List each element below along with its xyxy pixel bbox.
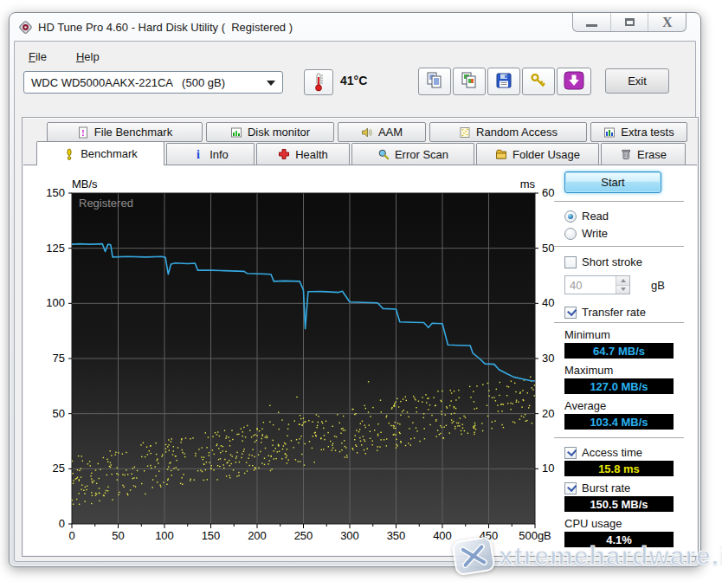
client-area: FileHelp WDC WD5000AAKX-221CA (500 gB) 4… [14,41,696,562]
tab-label: Benchmark [81,147,138,160]
svg-text:300: 300 [340,529,359,542]
minimize-button[interactable] [573,13,611,31]
file-benchmark-icon: ! [77,126,89,139]
options-button[interactable] [522,68,555,95]
access-time-value: 15.8 ms [564,461,674,476]
burst-rate-checkbox[interactable] [564,482,577,494]
app-window: HD Tune Pro 4.60 - Hard Disk Utility ( R… [9,12,701,567]
svg-text:Registered: Registered [79,197,133,210]
tab-file-benchmark[interactable]: !File Benchmark [47,122,203,142]
access-time-label: Access time [582,446,642,459]
burst-rate-label: Burst rate [582,481,630,494]
tab-row-top: !File BenchmarkDisk monitorAAMRandom Acc… [47,122,687,142]
copy-text-button[interactable] [418,68,451,95]
tab-extra-tests[interactable]: Extra tests [590,122,687,142]
write-radio-label: Write [582,227,608,240]
svg-text:150: 150 [46,186,65,199]
arrow-up-icon [621,279,626,282]
minimize-icon [586,24,597,27]
short-stroke-capacity-input[interactable]: 40 [564,275,630,294]
access-time-checkbox[interactable] [564,447,577,459]
save-button[interactable] [487,68,520,95]
drive-select[interactable]: WDC WD5000AAKX-221CA (500 gB) [23,71,283,94]
copy-image-icon [460,72,479,92]
tab-label: AAM [378,126,403,139]
svg-text:25: 25 [53,462,65,475]
tab-aam[interactable]: AAM [338,122,426,142]
svg-text:0: 0 [68,529,74,542]
download-button[interactable] [557,68,591,95]
tab-label: Extra tests [621,126,674,139]
temperature-button[interactable] [304,69,333,95]
exit-button[interactable]: Exit [605,68,669,94]
svg-text:!: ! [81,128,84,138]
chevron-down-icon [267,81,275,86]
maximum-value: 127.0 MB/s [564,378,674,394]
svg-text:400: 400 [433,529,452,542]
separator [554,322,684,324]
svg-text:10: 10 [542,462,554,475]
svg-text:350: 350 [387,529,406,542]
close-button[interactable]: X [648,13,686,31]
window-title: HD Tune Pro 4.60 - Hard Disk Utility ( R… [38,21,293,34]
benchmark-icon [63,148,75,160]
cpu-usage-label: CPU usage [564,517,689,530]
svg-text:125: 125 [46,242,65,255]
disk-monitor-icon [230,126,242,139]
menu-help[interactable]: Help [73,48,103,65]
spinner-down-button[interactable] [616,285,629,294]
spinner-up-button[interactable] [616,276,629,285]
separator [554,437,684,439]
svg-text:50: 50 [112,529,124,542]
read-radio-label: Read [582,210,609,223]
tab-info[interactable]: iInfo [166,143,255,165]
svg-text:50: 50 [53,407,65,420]
short-stroke-capacity-value: 40 [565,276,616,294]
write-radio[interactable] [564,228,577,240]
svg-text:ms: ms [520,178,536,191]
save-icon [494,72,513,92]
short-stroke-unit: gB [651,279,665,292]
tab-disk-monitor[interactable]: Disk monitor [206,122,334,142]
tab-benchmark[interactable]: Benchmark [36,141,164,165]
tab-health[interactable]: Health [256,143,350,165]
short-stroke-label: Short stroke [582,255,642,268]
svg-text:200: 200 [248,529,267,542]
tab-label: Disk monitor [248,126,310,139]
tab-label: Health [295,148,328,161]
tab-random-access[interactable]: Random Access [429,122,587,142]
average-label: Average [564,399,689,412]
maximize-icon [625,18,635,26]
tab-label: Random Access [476,126,558,139]
tab-erase[interactable]: Erase [601,143,686,165]
svg-text:0: 0 [59,517,65,530]
start-button[interactable]: Start [564,171,661,193]
tab-label: Error Scan [395,148,448,161]
benchmark-chart: 0255075100125150102030405060050100150200… [42,172,566,550]
svg-text:450: 450 [480,529,499,542]
temperature-value: 41°C [340,74,367,87]
tab-error-scan[interactable]: Error Scan [351,143,474,165]
app-icon [18,20,33,35]
short-stroke-checkbox[interactable] [564,256,577,268]
window-controls: X [572,13,687,32]
download-icon [564,71,584,93]
start-button-label: Start [601,176,624,189]
maximize-button[interactable] [611,13,649,31]
svg-text:100: 100 [46,296,65,309]
title-bar: HD Tune Pro 4.60 - Hard Disk Utility ( R… [10,13,700,41]
extra-tests-icon [603,126,616,139]
exit-button-label: Exit [628,74,647,87]
benchmark-controls-panel: Start Read Write Short stroke [554,169,689,547]
svg-text:150: 150 [202,529,221,542]
tab-row-bottom: BenchmarkiInfoHealthError ScanFolder Usa… [36,141,686,165]
content-panel: !File BenchmarkDisk monitorAAMRandom Acc… [22,117,699,557]
menu-file[interactable]: File [25,48,50,65]
error-scan-icon [377,148,390,160]
read-radio[interactable] [564,210,577,223]
aam-icon [361,126,373,139]
folder-usage-icon [495,148,507,160]
transfer-rate-checkbox[interactable] [564,307,577,319]
tab-folder-usage[interactable]: Folder Usage [476,143,599,165]
copy-image-button[interactable] [453,68,486,95]
